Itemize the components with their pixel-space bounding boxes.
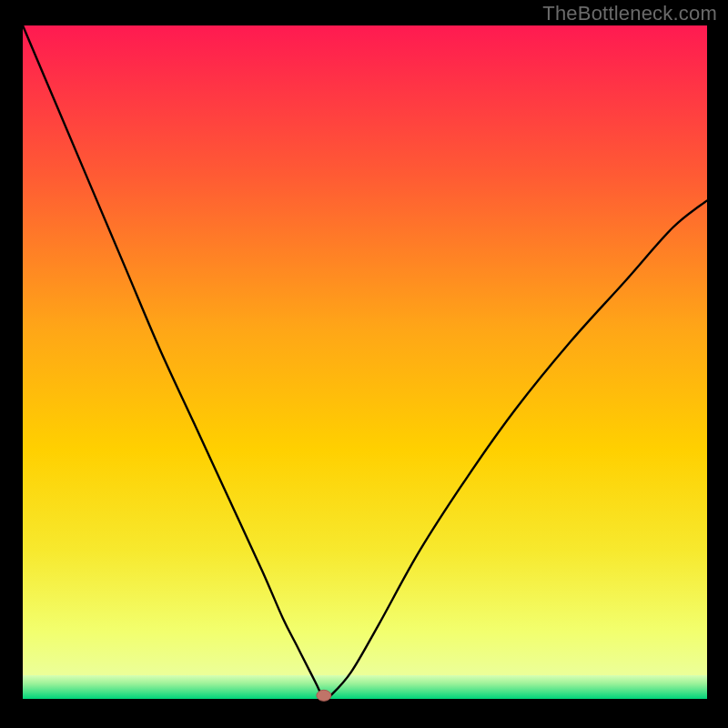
plot-background (23, 25, 707, 699)
bottom-band (23, 675, 707, 699)
chart-frame: TheBottleneck.com (0, 0, 728, 728)
chart-svg (0, 0, 728, 728)
plot-area (23, 25, 707, 701)
watermark-text: TheBottleneck.com (542, 2, 717, 25)
minimum-marker (317, 690, 331, 701)
